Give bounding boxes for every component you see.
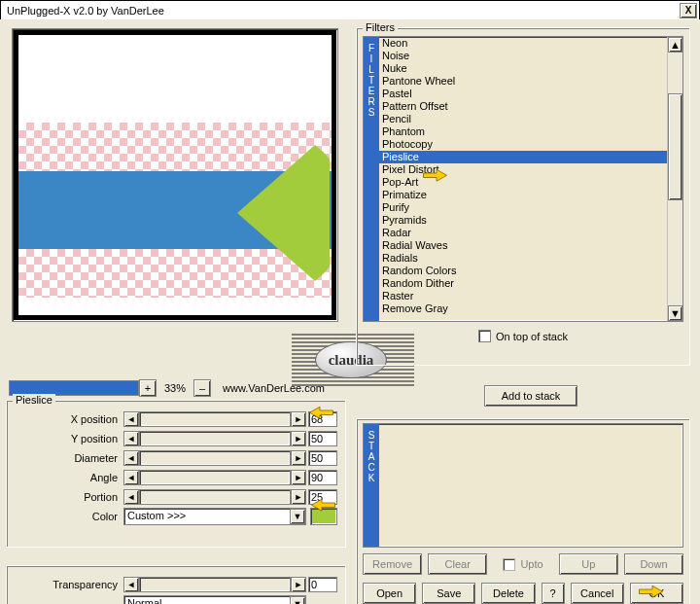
close-icon: X	[685, 5, 692, 16]
scroll-down-button[interactable]: ▼	[668, 305, 682, 321]
add-to-stack-button[interactable]: Add to stack	[484, 385, 578, 407]
filter-item[interactable]: Radar	[379, 227, 667, 239]
zoom-in-button[interactable]: +	[139, 379, 157, 397]
help-button[interactable]: ?	[542, 583, 565, 604]
upto-checkbox[interactable]	[503, 558, 515, 571]
param-slider[interactable]	[139, 431, 291, 446]
dropdown-button[interactable]: ▼	[290, 509, 305, 524]
param-value-input[interactable]	[308, 431, 337, 446]
open-button[interactable]: Open	[363, 583, 416, 604]
stack-edit-buttons: Remove Clear Upto Up Down	[363, 553, 683, 575]
param-value-input[interactable]	[308, 489, 337, 505]
transparency-row: Transparency ◄ ►	[15, 576, 337, 593]
window-title: UnPlugged-X v2.0 by VanDerLee	[3, 5, 680, 17]
filter-item[interactable]: Pixel Distort	[379, 163, 667, 176]
filter-item[interactable]: Pyramids	[379, 214, 667, 227]
param-row-xposition: X position ◄ ►	[15, 410, 337, 428]
stack-side-label: ST AC K	[364, 424, 379, 547]
arrow-right-button[interactable]: ►	[291, 431, 306, 446]
move-down-button[interactable]: Down	[624, 553, 683, 575]
arrow-right-button[interactable]: ►	[291, 411, 306, 427]
filter-item[interactable]: Purify	[379, 201, 667, 214]
filter-item[interactable]: Radial Waves	[379, 239, 667, 252]
filters-group: Filters FI LT ER S NeonNoiseNukePantone …	[356, 27, 690, 366]
remove-button[interactable]: Remove	[363, 553, 422, 575]
filters-scrollbar[interactable]: ▲ ▼	[667, 37, 682, 321]
upto-checkbox-group[interactable]: Upto	[493, 558, 552, 571]
ok-button[interactable]: OK	[630, 583, 683, 604]
filter-item[interactable]: Noise	[379, 50, 667, 62]
param-slider[interactable]	[139, 450, 291, 466]
delete-button[interactable]: Delete	[481, 583, 535, 604]
arrow-left-button[interactable]: ◄	[123, 450, 139, 466]
arrow-left-button[interactable]: ◄	[123, 411, 139, 427]
scroll-thumb[interactable]	[668, 93, 682, 200]
scroll-up-button[interactable]: ▲	[668, 37, 682, 53]
transparency-label: Transparency	[15, 579, 123, 590]
filter-item[interactable]: Pop-Art	[379, 176, 667, 189]
zoom-out-button[interactable]: –	[193, 379, 211, 397]
filter-item[interactable]: Primatize	[379, 189, 667, 201]
filter-item[interactable]: Pastel	[379, 88, 667, 100]
save-button[interactable]: Save	[422, 583, 475, 604]
filter-item[interactable]: Pattern Offset	[379, 100, 667, 113]
param-row-color: Color Custom >>> ▼	[15, 508, 337, 525]
filter-item[interactable]: Pantone Wheel	[379, 75, 667, 88]
close-button[interactable]: X	[680, 3, 697, 18]
arrow-left-button[interactable]: ◄	[123, 489, 139, 505]
arrow-left-button[interactable]: ◄	[123, 431, 139, 446]
param-slider[interactable]	[139, 489, 291, 505]
filter-item[interactable]: Pencil	[379, 113, 667, 125]
param-slider[interactable]	[139, 470, 291, 485]
color-swatch[interactable]	[310, 508, 337, 525]
preview-canvas[interactable]	[18, 35, 332, 315]
arrow-left-button[interactable]: ◄	[123, 577, 139, 592]
upto-label: Upto	[520, 558, 542, 570]
filter-item[interactable]: Random Colors	[379, 265, 667, 277]
dropdown-button[interactable]: ▼	[290, 596, 305, 604]
move-up-button[interactable]: Up	[559, 553, 618, 575]
zoom-bar: + 33% – www.VanDerLee.com	[9, 379, 355, 397]
arrow-right-button[interactable]: ►	[291, 450, 306, 466]
zoom-percent: 33%	[157, 382, 193, 394]
param-row-diameter: Diameter ◄ ►	[15, 449, 337, 467]
param-slider[interactable]	[139, 411, 291, 427]
clear-button[interactable]: Clear	[428, 553, 487, 575]
preview-panel	[12, 28, 338, 322]
filter-item[interactable]: Nuke	[379, 62, 667, 75]
transparency-value-input[interactable]	[308, 577, 337, 592]
filters-list[interactable]: NeonNoiseNukePantone WheelPastelPattern …	[379, 37, 667, 321]
filter-item[interactable]: Raster	[379, 290, 667, 302]
param-label: Diameter	[15, 452, 123, 464]
param-row-yposition: Y position ◄ ►	[15, 430, 337, 447]
filter-item[interactable]: Pieslice	[379, 151, 667, 163]
filter-item[interactable]: Phantom	[379, 125, 667, 138]
stack-list[interactable]	[379, 424, 682, 547]
param-value-input[interactable]	[308, 411, 337, 427]
color-combo[interactable]: Custom >>> ▼	[123, 508, 306, 525]
filter-item[interactable]: Photocopy	[379, 138, 667, 151]
zoom-fill	[10, 381, 138, 395]
filter-item[interactable]: Random Dither	[379, 277, 667, 290]
arrow-left-button[interactable]: ◄	[123, 470, 139, 485]
cancel-button[interactable]: Cancel	[571, 583, 624, 604]
arrow-right-button[interactable]: ►	[291, 470, 306, 485]
param-row-portion: Portion ◄ ►	[15, 488, 337, 506]
param-label: X position	[15, 413, 123, 425]
param-value-input[interactable]	[308, 470, 337, 485]
filter-item[interactable]: Neon	[379, 37, 667, 50]
on-top-checkbox[interactable]	[478, 330, 491, 342]
param-row-angle: Angle ◄ ►	[15, 469, 337, 486]
brand-link[interactable]: www.VanDerLee.com	[223, 382, 325, 394]
param-label: Y position	[15, 433, 123, 444]
arrow-right-button[interactable]: ►	[291, 489, 306, 505]
param-value-input[interactable]	[308, 450, 337, 466]
transparency-slider[interactable]	[139, 577, 291, 592]
filter-item[interactable]: Remove Gray	[379, 302, 667, 315]
blend-mode-row: Normal ▼	[15, 595, 337, 604]
blend-mode-value: Normal	[124, 596, 290, 604]
blend-mode-combo[interactable]: Normal ▼	[123, 595, 306, 604]
param-label: Color	[15, 511, 123, 522]
filter-item[interactable]: Radials	[379, 252, 667, 265]
arrow-right-button[interactable]: ►	[291, 577, 306, 592]
